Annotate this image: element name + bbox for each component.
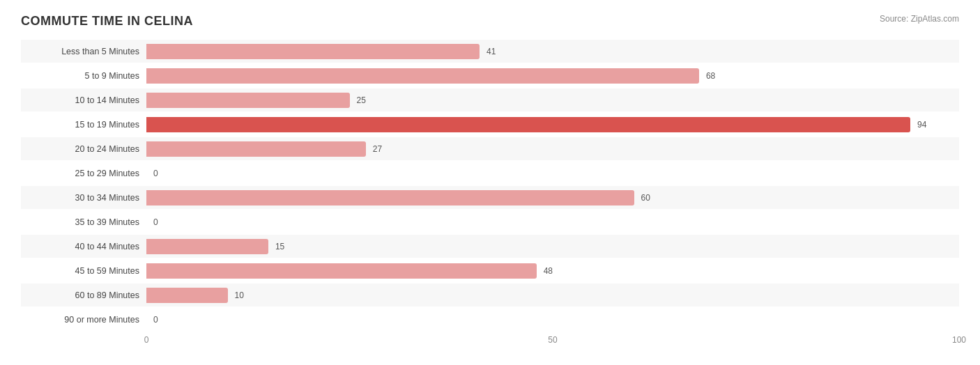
bar-label: Less than 5 Minutes <box>21 47 146 56</box>
bar-container: 0 <box>146 215 959 230</box>
bar-label: 5 to 9 Minutes <box>21 71 146 81</box>
bar-value-label: 27 <box>373 144 382 154</box>
x-axis-tick: 50 <box>548 335 557 345</box>
bar-fill <box>146 239 268 254</box>
bar-value-label: 0 <box>153 169 158 178</box>
bar-label: 45 to 59 Minutes <box>21 266 146 276</box>
bar-row: 40 to 44 Minutes15 <box>21 235 959 258</box>
bar-fill <box>146 93 350 108</box>
bar-container: 0 <box>146 312 959 327</box>
bar-row: 15 to 19 Minutes94 <box>21 113 959 136</box>
bar-row: 35 to 39 Minutes0 <box>21 210 959 233</box>
bars-container: Less than 5 Minutes415 to 9 Minutes6810 … <box>21 40 959 331</box>
bar-label: 60 to 89 Minutes <box>21 290 146 300</box>
bar-row: 10 to 14 Minutes25 <box>21 88 959 111</box>
bar-row: 30 to 34 Minutes60 <box>21 186 959 209</box>
bar-value-label: 25 <box>357 95 366 105</box>
bar-label: 25 to 29 Minutes <box>21 169 146 178</box>
bar-fill <box>146 117 910 132</box>
bar-row: 45 to 59 Minutes48 <box>21 259 959 282</box>
chart-area: Less than 5 Minutes415 to 9 Minutes6810 … <box>21 40 959 349</box>
bar-container: 25 <box>146 93 959 108</box>
x-axis-tick: 100 <box>952 335 966 345</box>
bar-row: Less than 5 Minutes41 <box>21 40 959 63</box>
bar-value-label: 41 <box>487 47 496 56</box>
bar-row: 90 or more Minutes0 <box>21 308 959 331</box>
bar-container: 15 <box>146 239 959 254</box>
bar-value-label: 15 <box>275 242 284 251</box>
x-axis-line: 050100 <box>146 335 959 349</box>
bar-row: 25 to 29 Minutes0 <box>21 162 959 185</box>
bar-value-label: 68 <box>706 71 715 81</box>
bar-value-label: 48 <box>544 266 553 276</box>
bar-label: 30 to 34 Minutes <box>21 193 146 203</box>
bar-label: 20 to 24 Minutes <box>21 144 146 154</box>
bar-container: 68 <box>146 68 959 84</box>
bar-fill <box>146 68 699 84</box>
bar-row: 5 to 9 Minutes68 <box>21 64 959 87</box>
bar-container: 0 <box>146 166 959 181</box>
bar-row: 60 to 89 Minutes10 <box>21 284 959 306</box>
bar-container: 41 <box>146 44 959 59</box>
bar-label: 10 to 14 Minutes <box>21 95 146 105</box>
chart-title: COMMUTE TIME IN CELINA <box>21 14 193 29</box>
bar-label: 40 to 44 Minutes <box>21 242 146 251</box>
bar-row: 20 to 24 Minutes27 <box>21 137 959 160</box>
x-axis-tick: 0 <box>144 335 149 345</box>
bar-container: 94 <box>146 117 959 132</box>
bar-container: 27 <box>146 141 959 157</box>
bar-value-label: 0 <box>153 217 158 227</box>
bar-value-label: 94 <box>917 120 926 130</box>
bar-container: 10 <box>146 288 959 303</box>
bar-value-label: 10 <box>235 290 244 300</box>
bar-label: 35 to 39 Minutes <box>21 217 146 227</box>
bar-fill <box>146 263 537 279</box>
bar-value-label: 0 <box>153 315 158 325</box>
bar-fill <box>146 190 634 205</box>
bar-value-label: 60 <box>641 193 650 203</box>
bar-container: 48 <box>146 263 959 279</box>
bar-container: 60 <box>146 190 959 205</box>
source-label: Source: ZipAtlas.com <box>880 14 959 24</box>
bar-label: 15 to 19 Minutes <box>21 120 146 130</box>
bar-fill <box>146 44 480 59</box>
bar-label: 90 or more Minutes <box>21 315 146 325</box>
bar-fill <box>146 288 228 303</box>
x-axis: 050100 <box>146 335 959 349</box>
bar-fill <box>146 141 366 157</box>
